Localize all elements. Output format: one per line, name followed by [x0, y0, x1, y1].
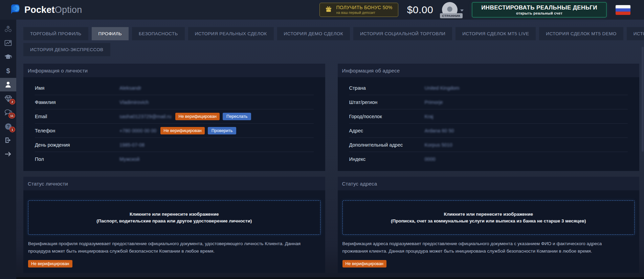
get-bonus-button[interactable]: ПОЛУЧИТЬ БОНУС 50% на ваш первый депозит	[319, 3, 398, 17]
row-extras: Не верифицирован Проверить	[160, 127, 236, 134]
sidebar-item-chat[interactable]: 11	[0, 106, 16, 119]
gears-cluster-icon: $	[4, 25, 12, 33]
tab-mt5-live-history[interactable]: ИСТОРИЯ СДЕЛОК MT5 LIVE	[456, 27, 536, 40]
main-content: ТОРГОВЫЙ ПРОФИЛЬ ПРОФИЛЬ БЕЗОПАСНОСТЬ ИС…	[16, 20, 644, 279]
graduation-cap-icon	[4, 53, 12, 61]
address-rows: Страна United Kingdom Штат/регион Primor…	[338, 77, 640, 171]
identity-status-description: Верификация профиля подразумевает предос…	[28, 240, 309, 255]
sidebar-item-logout[interactable]	[0, 133, 16, 147]
dropzone-line1: Кликните или перенесите изображение	[130, 212, 219, 217]
row-country: Страна United Kingdom	[349, 81, 628, 95]
sidebar-item-profile[interactable]	[0, 78, 16, 91]
page-body: $	[0, 20, 644, 279]
tab-real-trades-history[interactable]: ИСТОРИЯ РЕАЛЬНЫХ СДЕЛОК	[188, 27, 274, 40]
row-value-redacted: sasha0123729@mail.ru	[119, 114, 171, 119]
row-value-redacted: Мужской	[119, 156, 139, 162]
address-info-panel: Информация об адресе Страна United Kingd…	[338, 64, 640, 171]
arrow-right-icon	[4, 150, 12, 158]
sidebar-item-support[interactable]: ? 1	[0, 120, 16, 133]
invest-subtitle: открыть реальный счет	[516, 11, 562, 15]
sidebar-item-trading[interactable]	[0, 36, 16, 50]
sidebar-item-education[interactable]	[0, 50, 16, 64]
address-status-badge-wrap: Не верифицирован	[342, 260, 635, 267]
top-header: PocketOption ПОЛУЧИТЬ БОНУС 50% на ваш п…	[0, 0, 644, 20]
identity-status-title: Статус личности	[23, 177, 325, 190]
language-flag-russia[interactable]	[616, 5, 630, 15]
invest-title: ИНВЕСТИРОВАТЬ РЕАЛЬНЫЕ ДЕНЬГИ	[481, 4, 597, 11]
row-label: Индекс	[349, 156, 425, 162]
row-value-redacted: 0000	[425, 156, 436, 162]
pocket-option-logo-text: PocketOption	[24, 5, 82, 15]
tab-demo-express-history[interactable]: ИСТОРИЯ ДЕМО-ЭКСПРЕССОВ	[23, 43, 110, 56]
identity-info-title: Информация о личности	[23, 64, 325, 77]
row-gender: Пол Мужской	[35, 152, 314, 166]
row-extras: Не верифицирован Переслать	[175, 113, 251, 120]
achievements-count-badge: 2	[9, 99, 15, 105]
resend-email-button[interactable]: Переслать	[223, 113, 251, 120]
row-value-redacted: United Kingdom	[425, 85, 460, 91]
address-status-panel: Статус адреса Кликните или перенесите из…	[338, 177, 640, 273]
svg-text:$: $	[7, 26, 9, 28]
tab-security[interactable]: БЕЗОПАСНОСТЬ	[132, 27, 185, 40]
sidebar-item-achievements[interactable]: 2	[0, 92, 16, 105]
identity-rows: Имя Aleksandr Фамилия Vladimirovich Emai…	[23, 77, 325, 171]
dropzone-line1: Кликните или перенесите изображение	[444, 212, 533, 217]
user-menu[interactable]: СТРАННИК	[442, 1, 463, 18]
identity-not-verified-badge: Не верифицирован	[28, 260, 72, 267]
vertical-scrollbar-thumb[interactable]	[642, 47, 644, 152]
address-document-dropzone[interactable]: Кликните или перенесите изображение (Про…	[342, 200, 635, 235]
row-value-redacted: Primorje	[425, 100, 443, 105]
row-value-redacted: Vladimirovich	[119, 100, 149, 105]
address-not-verified-badge: Не верифицирован	[342, 260, 387, 267]
row-label: Email	[35, 114, 119, 119]
logo-part-pocket: Pocket	[24, 5, 55, 15]
tab-trading-profile[interactable]: ТОРГОВЫЙ ПРОФИЛЬ	[23, 27, 88, 40]
tab-mt5-demo-history[interactable]: ИСТОРИЯ СДЕЛОК MT5 DEMO	[539, 27, 623, 40]
verify-phone-button[interactable]: Проверить	[208, 127, 237, 134]
sidebar-item-social-trading[interactable]: $	[0, 22, 16, 36]
row-label: Фамилия	[35, 100, 119, 105]
row-address: Адрес Ardana 60 50	[349, 124, 628, 138]
row-value-redacted: Kraj	[425, 114, 434, 119]
email-not-verified-badge: Не верифицирован	[175, 113, 220, 120]
row-label: День рождения	[35, 142, 119, 148]
svg-text:?: ?	[7, 124, 9, 129]
support-count-badge: 1	[9, 127, 15, 132]
chart-icon	[4, 39, 12, 47]
tab-demo-trades-history[interactable]: ИСТОРИЯ ДЕМО СДЕЛОК	[277, 27, 350, 40]
row-phone: Телефон +780 0000 00 00 Не верифицирован…	[35, 124, 314, 138]
tab-real-express-history[interactable]: ИСТОРИЯ РЕАЛЬНЫХ ЭКСПРЕССОВ	[627, 27, 644, 40]
bottom-edge	[0, 277, 644, 279]
bonus-subtitle: на ваш первый депозит	[336, 10, 392, 15]
row-birthday: День рождения 1985-07-08	[35, 138, 314, 152]
person-icon	[4, 81, 12, 89]
header-right-group: ПОЛУЧИТЬ БОНУС 50% на ваш первый депозит…	[319, 1, 630, 18]
row-state: Штат/регион Primorje	[349, 95, 628, 109]
sidebar-item-collapse[interactable]	[0, 147, 16, 161]
row-city: Город/поселок Kraj	[349, 109, 628, 124]
svg-text:$: $	[6, 67, 10, 74]
identity-status-panel: Статус личности Кликните или перенесите …	[23, 177, 325, 273]
row-value-redacted: Ardana 60 50	[425, 128, 454, 133]
row-label: Страна	[349, 85, 425, 91]
sidebar-item-finance[interactable]: $	[0, 64, 16, 78]
left-sidebar: $	[0, 20, 16, 279]
gift-icon	[325, 6, 332, 14]
tab-profile[interactable]: ПРОФИЛЬ	[92, 27, 129, 40]
identity-status-body: Кликните или перенесите изображение (Пас…	[23, 190, 325, 273]
phone-not-verified-badge: Не верифицирован	[160, 127, 205, 134]
tab-social-trading-history[interactable]: ИСТОРИЯ СОЦИАЛЬНОЙ ТОРГОВЛИ	[353, 27, 452, 40]
bonus-text: ПОЛУЧИТЬ БОНУС 50% на ваш первый депозит	[336, 5, 392, 15]
pocket-option-logo[interactable]: PocketOption	[9, 3, 82, 16]
panels-grid: Информация о личности Имя Aleksandr Фами…	[23, 64, 639, 273]
invest-real-money-button[interactable]: ИНВЕСТИРОВАТЬ РЕАЛЬНЫЕ ДЕНЬГИ открыть ре…	[472, 2, 607, 18]
row-label: Телефон	[35, 128, 119, 133]
identity-document-dropzone[interactable]: Кликните или перенесите изображение (Пас…	[28, 200, 320, 235]
row-last-name: Фамилия Vladimirovich	[35, 95, 314, 109]
row-label: Город/поселок	[349, 114, 425, 119]
row-address2: Дополнительный адрес Korpus 5010	[349, 138, 628, 152]
chevron-down-icon	[460, 9, 464, 12]
row-label: Штат/регион	[349, 100, 425, 105]
dollar-icon: $	[4, 67, 12, 75]
row-value-redacted: +780 0000 00 00	[119, 128, 156, 133]
